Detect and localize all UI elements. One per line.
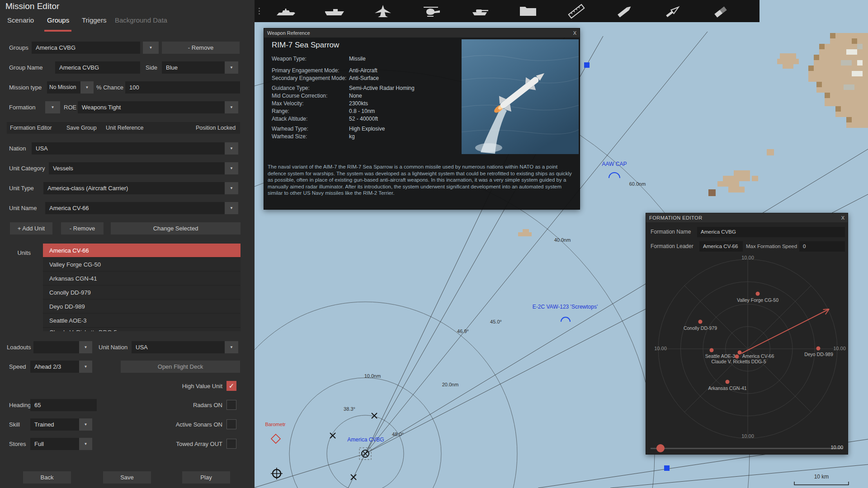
add-unit-button[interactable]: + Add Unit xyxy=(10,222,52,235)
formation-ship-x-marker[interactable] xyxy=(330,413,377,480)
formation-heading-arrow xyxy=(741,309,829,353)
hostile-diamond-marker[interactable] xyxy=(271,434,280,443)
toolbar-button-fighter[interactable] xyxy=(359,0,407,22)
skill-select[interactable]: Trained xyxy=(30,418,79,431)
unit-name-select[interactable]: America CV-66 xyxy=(45,202,225,214)
stat-label: Primary Engagement Mode: xyxy=(272,67,339,74)
heading-input[interactable]: 65 xyxy=(30,399,97,411)
map-label-barometr[interactable]: Barometr xyxy=(265,422,285,427)
tab-background-data[interactable]: Background Data xyxy=(115,16,167,24)
formation-unit-dot[interactable] xyxy=(816,347,821,351)
fighter-jet-icon xyxy=(373,4,393,19)
unit-reference-button[interactable]: Unit Reference xyxy=(106,122,143,134)
toolbar-button-carrier[interactable] xyxy=(310,0,359,22)
unit-category-label: Unit Category xyxy=(9,162,45,174)
nation-dropdown[interactable]: ▼ xyxy=(225,142,238,155)
slider-knob[interactable] xyxy=(656,444,665,452)
formation-unit-dot[interactable] xyxy=(710,348,714,352)
toolbar-button-tank[interactable] xyxy=(455,0,504,22)
position-locked-toggle[interactable]: Position Locked xyxy=(196,122,236,134)
remove-group-button[interactable]: - Remove xyxy=(162,42,240,54)
unit-nation-select[interactable]: USA xyxy=(132,341,225,353)
play-button[interactable]: Play xyxy=(182,471,230,483)
tab-triggers[interactable]: Triggers xyxy=(82,16,106,24)
unit-list-item[interactable]: Claude V. Ricketts DDG-5 xyxy=(43,328,241,331)
group-name-input[interactable]: America CVBG xyxy=(55,61,140,74)
formation-range-slider[interactable] xyxy=(651,448,843,449)
friendly-waypoint-marker[interactable] xyxy=(584,62,590,68)
open-flight-deck-button[interactable]: Open Flight Deck xyxy=(121,361,240,373)
back-button[interactable]: Back xyxy=(23,471,71,483)
toolbar-button-destroyer[interactable] xyxy=(262,0,310,22)
aaw-cap-air-symbol[interactable] xyxy=(609,173,620,178)
tab-groups[interactable]: Groups xyxy=(47,16,69,24)
stores-dropdown[interactable]: ▼ xyxy=(79,438,92,450)
unit-list-item[interactable]: Valley Forge CG-50 xyxy=(43,258,241,272)
friendly-waypoint-marker[interactable] xyxy=(664,465,670,471)
toolbar-button-ruler[interactable] xyxy=(552,0,600,22)
check-icon: ✓ xyxy=(229,382,235,390)
formation-unit-dot[interactable] xyxy=(726,380,730,384)
loadouts-dropdown[interactable]: ▼ xyxy=(79,341,92,353)
toolbar-button-helicopter[interactable] xyxy=(407,0,455,22)
unit-list-item[interactable]: Arkansas CGN-41 xyxy=(43,272,241,286)
formation-unit-dot[interactable] xyxy=(756,292,760,296)
unit-category-select[interactable]: Vessels xyxy=(49,162,225,174)
speed-select[interactable]: Ahead 2/3 xyxy=(30,361,79,373)
selected-unit-marker[interactable] xyxy=(359,448,371,460)
groups-select[interactable]: America CVBG xyxy=(32,42,140,54)
roe-label: ROE xyxy=(64,101,76,113)
unit-type-dropdown[interactable]: ▼ xyxy=(225,182,238,194)
unit-type-select[interactable]: America-class (Aircraft Carrier) xyxy=(43,182,225,194)
drag-handle-icon[interactable] xyxy=(256,0,262,22)
formation-unit-dot[interactable] xyxy=(698,320,703,324)
skill-dropdown[interactable]: ▼ xyxy=(79,418,92,431)
unit-list-item[interactable]: America CV-66 xyxy=(43,244,241,258)
e2c-air-symbol[interactable] xyxy=(561,317,570,322)
unit-list-item[interactable]: Deyo DD-989 xyxy=(43,300,241,314)
speed-dropdown[interactable]: ▼ xyxy=(79,361,92,373)
side-select[interactable]: Blue xyxy=(162,61,225,74)
tab-scenario[interactable]: Scenario xyxy=(7,16,34,24)
toolbar-button-folder[interactable] xyxy=(504,0,552,22)
high-value-unit-checkbox[interactable]: ✓ xyxy=(226,381,236,391)
formation-editor-button[interactable]: Formation Editor xyxy=(10,122,52,134)
benchmark-crosshair-marker[interactable] xyxy=(271,468,283,479)
unit-list-item[interactable]: Conolly DD-979 xyxy=(43,286,241,300)
map-label-aaw-cap[interactable]: AAW CAP xyxy=(602,161,627,167)
change-selected-button[interactable]: Change Selected xyxy=(111,222,241,235)
unit-list-item[interactable]: Seattle AOE-3 xyxy=(43,314,241,328)
toolbar-button-pencil[interactable] xyxy=(600,0,649,22)
toolbar-button-marker-pen[interactable] xyxy=(649,0,697,22)
chance-input[interactable]: 100 xyxy=(125,81,240,94)
roe-dropdown[interactable]: ▼ xyxy=(225,101,238,113)
formation-polar-chart[interactable] xyxy=(646,213,848,454)
loadouts-select[interactable] xyxy=(33,341,79,353)
formation-unit-dot[interactable] xyxy=(738,351,742,355)
map-label-america-cvbg[interactable]: America CVBG xyxy=(347,436,384,443)
map-label-e2c[interactable]: E-2C VAW-123 'Screwtops' xyxy=(533,304,598,310)
groups-dropdown[interactable]: ▼ xyxy=(143,42,159,54)
unit-name-dropdown[interactable]: ▼ xyxy=(225,202,238,214)
active-sonars-checkbox[interactable] xyxy=(226,419,236,429)
mission-type-select[interactable]: No Mission xyxy=(47,81,80,94)
stat-value: High Explosive xyxy=(349,126,385,132)
stores-select[interactable]: Full xyxy=(30,438,79,450)
formation-dropdown[interactable]: ▼ xyxy=(45,101,60,113)
save-button[interactable]: Save xyxy=(103,471,151,483)
unit-category-dropdown[interactable]: ▼ xyxy=(225,162,238,174)
toolbar-button-eraser[interactable] xyxy=(697,0,745,22)
nation-select[interactable]: USA xyxy=(32,142,225,155)
side-dropdown[interactable]: ▼ xyxy=(225,61,238,74)
weapon-reference-titlebar[interactable]: Weapon Reference xyxy=(264,28,580,38)
mission-type-dropdown[interactable]: ▼ xyxy=(80,81,94,94)
towed-array-checkbox[interactable] xyxy=(226,439,236,449)
remove-unit-button[interactable]: - Remove xyxy=(61,222,104,235)
close-icon[interactable]: X xyxy=(573,29,576,37)
stat-value: Semi-Active Radar Homing xyxy=(349,85,415,91)
formation-unit-dot[interactable] xyxy=(735,355,739,359)
unit-nation-dropdown[interactable]: ▼ xyxy=(225,341,238,353)
roe-select[interactable]: Weapons Tight xyxy=(78,101,225,113)
save-group-button[interactable]: Save Group xyxy=(66,122,97,134)
radars-on-checkbox[interactable] xyxy=(226,400,236,410)
